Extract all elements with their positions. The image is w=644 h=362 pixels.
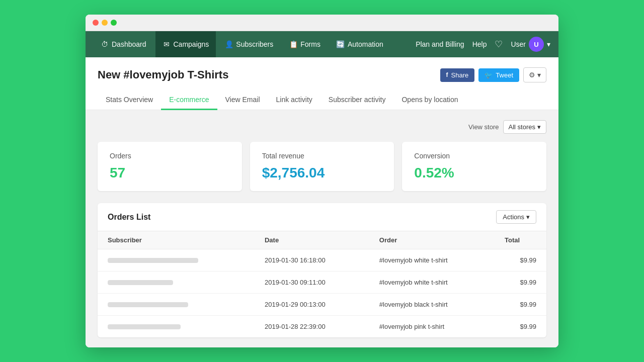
stats-row: Orders 57 Total revenue $2,756.04 Conver… (98, 142, 546, 191)
settings-icon: ⚙ (529, 71, 535, 79)
col-total: Total (495, 231, 546, 249)
orders-label: Orders (110, 152, 230, 160)
col-subscriber: Subscriber (98, 231, 255, 249)
settings-button[interactable]: ⚙ ▾ (523, 67, 546, 82)
content-header: New #lovemyjob T-Shirts f Share 🐦 Tweet … (86, 57, 558, 110)
nav-right: Plan and Billing Help ♡ User U ▾ (416, 37, 550, 52)
nav-automation-label: Automation (348, 40, 383, 48)
campaigns-icon: ✉ (163, 40, 171, 48)
facebook-icon: f (446, 71, 448, 78)
conversion-card: Conversion 0.52% (402, 142, 546, 191)
all-stores-dropdown[interactable]: All stores ▾ (503, 120, 546, 134)
header-actions: f Share 🐦 Tweet ⚙ ▾ (440, 67, 546, 82)
orders-table: Subscriber Date Order Total 2019-01-30 1… (98, 231, 546, 337)
actions-label: Actions (503, 213, 524, 221)
orders-card: Orders 57 (98, 142, 242, 191)
main-content: View store All stores ▾ Orders 57 Total … (86, 110, 558, 347)
page-title: New #lovemyjob T-Shirts (98, 68, 228, 81)
actions-dropdown-icon: ▾ (526, 213, 530, 221)
user-dropdown-icon: ▾ (547, 40, 550, 48)
campaign-tabs: Stats Overview E-commerce View Email Lin… (98, 90, 546, 110)
nav-campaigns-label: Campaigns (174, 40, 209, 48)
view-store-label: View store (468, 123, 499, 131)
user-menu[interactable]: User U ▾ (511, 37, 550, 52)
order-cell: #lovemyjob pink t-shirt (369, 316, 495, 338)
plan-billing-link[interactable]: Plan and Billing (416, 40, 464, 48)
actions-dropdown-button[interactable]: Actions ▾ (496, 210, 536, 224)
share-button[interactable]: f Share (440, 68, 475, 82)
order-cell: #lovemyjob white t-shirt (369, 249, 495, 272)
browser-titlebar (86, 15, 558, 31)
tab-link-activity[interactable]: Link activity (268, 90, 320, 110)
help-link[interactable]: Help (472, 40, 487, 48)
avatar: U (529, 37, 544, 52)
date-cell: 2019-01-28 22:39:00 (255, 316, 369, 338)
table-header-row: Subscriber Date Order Total (98, 231, 546, 249)
nav-left: ⏱ Dashboard ✉ Campaigns 👤 Subscribers 📋 … (94, 31, 416, 57)
nav-automation[interactable]: 🔄 Automation (330, 31, 390, 57)
tab-subscriber-activity[interactable]: Subscriber activity (320, 90, 394, 110)
tweet-button[interactable]: 🐦 Tweet (478, 68, 519, 82)
total-cell: $9.99 (495, 316, 546, 338)
orders-section: Orders List Actions ▾ Subscriber Date Or… (98, 203, 546, 337)
view-store-row: View store All stores ▾ (98, 120, 546, 134)
order-cell: #lovemyjob black t-shirt (369, 294, 495, 316)
main-nav: ⏱ Dashboard ✉ Campaigns 👤 Subscribers 📋 … (86, 31, 558, 57)
nav-forms[interactable]: 📋 Forms (282, 31, 328, 57)
date-cell: 2019-01-30 16:18:00 (255, 249, 369, 272)
orders-value: 57 (110, 165, 230, 181)
table-row: 2019-01-28 22:39:00#lovemyjob pink t-shi… (98, 316, 546, 338)
nav-subscribers-label: Subscribers (236, 40, 273, 48)
subscriber-placeholder-bar (108, 324, 181, 329)
conversion-value: 0.52% (414, 165, 534, 181)
total-cell: $9.99 (495, 249, 546, 272)
page-title-row: New #lovemyjob T-Shirts f Share 🐦 Tweet … (98, 67, 546, 82)
revenue-card: Total revenue $2,756.04 (250, 142, 394, 191)
nav-dashboard[interactable]: ⏱ Dashboard (94, 31, 153, 57)
settings-dropdown-icon: ▾ (537, 71, 541, 79)
revenue-label: Total revenue (262, 152, 382, 160)
total-cell: $9.99 (495, 272, 546, 294)
subscriber-placeholder-bar (108, 302, 188, 307)
forms-icon: 📋 (289, 40, 297, 48)
orders-list-title: Orders List (108, 213, 150, 222)
table-row: 2019-01-29 00:13:00#lovemyjob black t-sh… (98, 294, 546, 316)
total-cell: $9.99 (495, 294, 546, 316)
subscriber-cell (98, 272, 255, 294)
col-date: Date (255, 231, 369, 249)
subscriber-cell (98, 249, 255, 272)
conversion-label: Conversion (414, 152, 534, 160)
automation-icon: 🔄 (337, 40, 345, 48)
order-cell: #lovemyjob white t-shirt (369, 272, 495, 294)
col-order: Order (369, 231, 495, 249)
table-row: 2019-01-30 16:18:00#lovemyjob white t-sh… (98, 249, 546, 272)
nav-dashboard-label: Dashboard (112, 40, 146, 48)
subscriber-cell (98, 294, 255, 316)
close-dot[interactable] (93, 20, 99, 26)
nav-subscribers[interactable]: 👤 Subscribers (218, 31, 280, 57)
stores-dropdown-icon: ▾ (537, 123, 541, 131)
tab-stats-overview[interactable]: Stats Overview (98, 90, 161, 110)
nav-forms-label: Forms (300, 40, 320, 48)
date-cell: 2019-01-29 00:13:00 (255, 294, 369, 316)
orders-header: Orders List Actions ▾ (98, 203, 546, 231)
table-row: 2019-01-30 09:11:00#lovemyjob white t-sh… (98, 272, 546, 294)
tab-ecommerce[interactable]: E-commerce (161, 90, 217, 110)
maximize-dot[interactable] (111, 20, 117, 26)
dashboard-icon: ⏱ (101, 40, 109, 48)
nav-campaigns[interactable]: ✉ Campaigns (155, 31, 216, 57)
subscriber-cell (98, 316, 255, 338)
tab-opens-by-location[interactable]: Opens by location (393, 90, 466, 110)
user-label: User (511, 40, 526, 48)
browser-window: ⏱ Dashboard ✉ Campaigns 👤 Subscribers 📋 … (86, 15, 558, 347)
subscriber-placeholder-bar (108, 258, 198, 263)
revenue-value: $2,756.04 (262, 165, 382, 181)
subscriber-placeholder-bar (108, 280, 173, 285)
tweet-label: Tweet (496, 71, 513, 79)
favorites-icon[interactable]: ♡ (495, 39, 503, 50)
subscribers-icon: 👤 (225, 40, 233, 48)
share-label: Share (451, 71, 469, 79)
tab-view-email[interactable]: View Email (217, 90, 268, 110)
date-cell: 2019-01-30 09:11:00 (255, 272, 369, 294)
minimize-dot[interactable] (102, 20, 108, 26)
